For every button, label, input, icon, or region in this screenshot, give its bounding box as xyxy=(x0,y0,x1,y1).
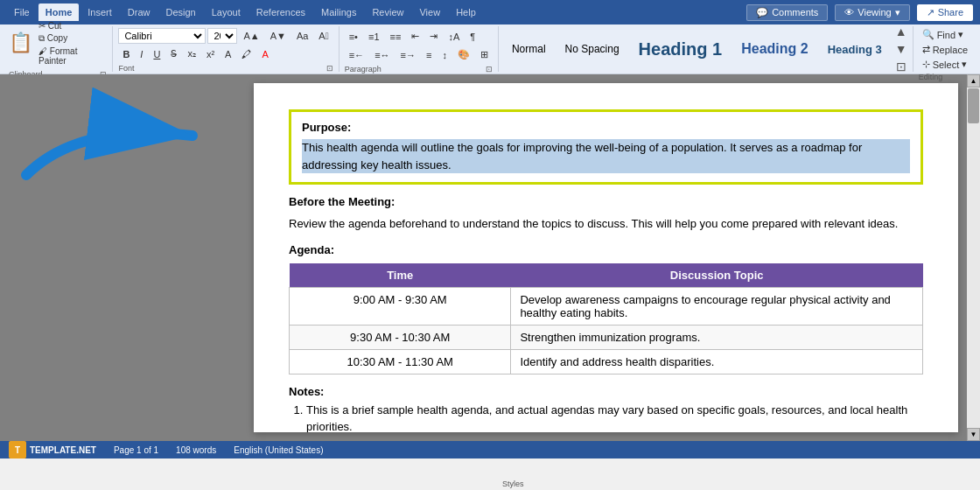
cut-icon: ✂ xyxy=(38,21,46,31)
time-header: Time xyxy=(290,263,511,288)
line-spacing-button[interactable]: ↕ xyxy=(438,47,452,63)
font-shrink-button[interactable]: A▼ xyxy=(266,28,290,44)
copy-icon: ⧉ xyxy=(38,33,45,43)
bullets-button[interactable]: ≡• xyxy=(345,29,362,45)
share-button[interactable]: ↗ Share xyxy=(917,4,973,21)
font-size-select[interactable]: 20 xyxy=(207,28,237,44)
shading-button[interactable]: 🎨 xyxy=(453,46,474,63)
paragraph-controls-row1: ≡• ≡1 ≡≡ ⇤ ⇥ ↕A ¶ xyxy=(345,28,480,45)
comments-button[interactable]: 💬 Comments xyxy=(746,4,828,21)
strikethrough-button[interactable]: S̶ xyxy=(166,46,181,62)
sort-button[interactable]: ↕A xyxy=(444,29,464,45)
menu-layout[interactable]: Layout xyxy=(205,4,248,21)
viewing-button[interactable]: 👁 Viewing ▾ xyxy=(835,4,909,21)
select-icon: ⊹ xyxy=(922,59,930,70)
font-name-select[interactable]: Calibri xyxy=(118,28,206,44)
purpose-text: This health agenda will outline the goal… xyxy=(302,139,910,173)
scroll-up-button[interactable]: ▲ xyxy=(967,74,980,88)
agenda-table: Time Discussion Topic 9:00 AM - 9:30 AM … xyxy=(289,263,923,374)
purpose-heading: Purpose: xyxy=(302,121,910,134)
editing-section: 🔍 Find ▾ ⇄ Replace ⊹ Select ▾ Editing xyxy=(914,26,976,72)
style-no-spacing[interactable]: No Spacing xyxy=(556,29,629,69)
numbering-button[interactable]: ≡1 xyxy=(364,29,384,45)
agenda-table-body: 9:00 AM - 9:30 AM Develop awareness camp… xyxy=(290,287,923,374)
text-effect-button[interactable]: A xyxy=(220,46,235,62)
highlighted-purpose-box: Purpose: This health agenda will outline… xyxy=(289,109,923,185)
show-marks-button[interactable]: ¶ xyxy=(466,29,480,45)
align-center-button[interactable]: ≡↔ xyxy=(370,47,394,63)
style-heading1[interactable]: Heading 1 xyxy=(629,29,732,69)
decrease-indent-button[interactable]: ⇤ xyxy=(407,28,424,45)
share-icon: ↗ xyxy=(927,7,934,18)
font-controls-row2: B I U S̶ x₂ x² A 🖍 A xyxy=(118,46,272,62)
menu-help[interactable]: Help xyxy=(449,4,483,21)
logo-icon: T xyxy=(9,441,26,458)
menu-view[interactable]: View xyxy=(412,4,447,21)
superscript-button[interactable]: x² xyxy=(202,46,219,62)
select-button[interactable]: ⊹ Select ▾ xyxy=(919,58,971,71)
format-painter-button[interactable]: 🖌 Format Painter xyxy=(36,46,107,66)
page-info: Page 1 of 1 xyxy=(114,445,158,455)
style-heading3[interactable]: Heading 3 xyxy=(818,29,892,69)
borders-button[interactable]: ⊞ xyxy=(476,46,493,63)
style-normal[interactable]: Normal xyxy=(502,29,556,69)
find-chevron-icon: ▾ xyxy=(958,29,963,40)
styles-expand[interactable]: ⊡ xyxy=(893,58,909,75)
text-highlight-button[interactable]: 🖍 xyxy=(237,46,256,62)
menu-file[interactable]: File xyxy=(7,4,37,21)
menu-tabs: File Home Insert Draw Design Layout Refe… xyxy=(7,4,483,21)
scroll-track[interactable] xyxy=(967,88,980,428)
notes-list: This is a brief sample health agenda, an… xyxy=(289,402,923,433)
menu-draw[interactable]: Draw xyxy=(121,4,158,21)
style-heading2[interactable]: Heading 2 xyxy=(732,29,817,69)
agenda-table-header: Time Discussion Topic xyxy=(290,263,923,288)
clear-format-button[interactable]: A⃫ xyxy=(314,28,332,44)
underline-button[interactable]: U xyxy=(149,46,164,62)
paragraph-controls-row2: ≡← ≡↔ ≡→ ≡ ↕ 🎨 ⊞ xyxy=(345,46,493,63)
bold-button[interactable]: B xyxy=(118,46,134,62)
multilevel-button[interactable]: ≡≡ xyxy=(386,29,406,45)
font-expand-icon[interactable]: ⊡ xyxy=(326,64,333,73)
font-color-button[interactable]: A xyxy=(257,46,272,62)
time-cell-2: 9:30 AM - 10:30 AM xyxy=(290,325,511,349)
menu-mailings[interactable]: Mailings xyxy=(314,4,363,21)
document-page[interactable]: Purpose: This health agenda will outline… xyxy=(254,83,958,432)
title-bar: File Home Insert Draw Design Layout Refe… xyxy=(0,0,980,24)
paragraph-label: Paragraph ⊡ xyxy=(345,63,493,74)
time-cell-1: 9:00 AM - 9:30 AM xyxy=(290,287,511,325)
copy-button[interactable]: ⧉ Copy xyxy=(36,32,107,45)
logo: T TEMPLATE.NET xyxy=(9,441,96,458)
justify-button[interactable]: ≡ xyxy=(422,47,436,63)
subscript-button[interactable]: x₂ xyxy=(183,46,200,62)
replace-button[interactable]: ⇄ Replace xyxy=(919,43,971,56)
paragraph-section: ≡• ≡1 ≡≡ ⇤ ⇥ ↕A ¶ ≡← ≡↔ ≡→ ≡ ↕ 🎨 ⊞ Parag… xyxy=(340,26,499,72)
styles-scroll-up[interactable]: ▲ xyxy=(893,23,909,40)
change-case-button[interactable]: Aa xyxy=(292,28,312,44)
replace-icon: ⇄ xyxy=(922,44,930,55)
annotation-arrow xyxy=(9,88,219,192)
scroll-down-button[interactable]: ▼ xyxy=(967,428,980,441)
menu-insert[interactable]: Insert xyxy=(80,4,119,21)
paste-button[interactable]: 📋 xyxy=(9,33,32,52)
menu-review[interactable]: Review xyxy=(365,4,410,21)
increase-indent-button[interactable]: ⇥ xyxy=(425,28,442,45)
font-label: Font ⊡ xyxy=(118,62,332,73)
format-painter-icon: 🖌 xyxy=(38,46,47,56)
italic-button[interactable]: I xyxy=(136,46,147,62)
cut-button[interactable]: ✂ Cut xyxy=(36,20,107,32)
scroll-thumb[interactable] xyxy=(968,88,979,123)
font-grow-button[interactable]: A▲ xyxy=(239,28,263,44)
topic-cell-1: Develop awareness campaigns to encourage… xyxy=(511,287,923,325)
find-button[interactable]: 🔍 Find ▾ xyxy=(919,28,971,41)
topic-cell-2: Strengthen immunization programs. xyxy=(511,325,923,349)
clipboard-controls: 📋 ✂ Cut ⧉ Copy 🖌 Format Painter xyxy=(9,20,107,66)
align-left-button[interactable]: ≡← xyxy=(345,47,368,63)
menu-references[interactable]: References xyxy=(249,4,312,21)
align-right-button[interactable]: ≡→ xyxy=(396,47,420,63)
topic-header: Discussion Topic xyxy=(511,263,923,288)
styles-scroll-down[interactable]: ▼ xyxy=(893,40,909,58)
language-info: English (United States) xyxy=(234,445,323,455)
menu-home[interactable]: Home xyxy=(38,4,80,21)
menu-design[interactable]: Design xyxy=(158,4,202,21)
paragraph-expand-icon[interactable]: ⊡ xyxy=(486,65,493,74)
